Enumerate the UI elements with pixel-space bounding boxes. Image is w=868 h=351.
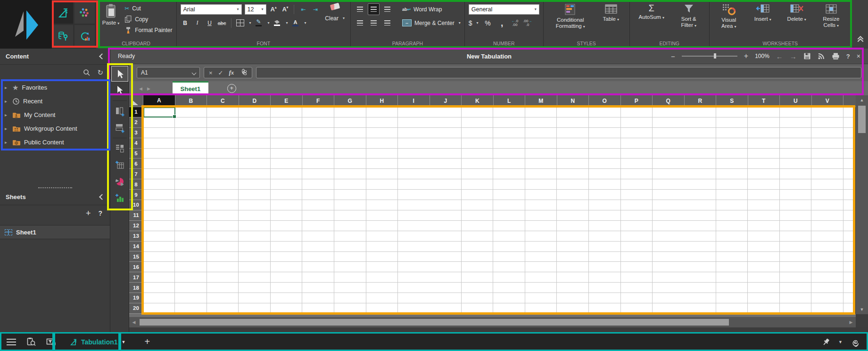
sort-filter-button[interactable]: Sort & Filter▾ bbox=[672, 2, 705, 40]
print-button[interactable] bbox=[832, 52, 840, 60]
row-header[interactable]: 6 bbox=[129, 159, 143, 169]
column-header[interactable]: H bbox=[366, 95, 398, 107]
column-header[interactable]: E bbox=[271, 95, 303, 107]
expand-chevron-icon[interactable]: ▸ bbox=[5, 126, 9, 131]
module-refresh-reports-button[interactable] bbox=[74, 25, 95, 47]
row-header[interactable]: 10 bbox=[129, 200, 143, 210]
merge-center-button[interactable]: ↔Merge & Center▾ bbox=[402, 18, 461, 28]
decrease-indent-button[interactable]: ⇤ bbox=[298, 5, 308, 14]
pen-color-button[interactable]: ✎ bbox=[254, 18, 264, 28]
column-header[interactable]: P bbox=[621, 95, 653, 107]
tabulation-tab[interactable]: Tabulation1 ▼ bbox=[70, 338, 125, 346]
column-header[interactable]: N bbox=[557, 95, 589, 107]
sheets-help-button[interactable]: ? bbox=[98, 209, 102, 217]
column-header[interactable]: B bbox=[175, 95, 207, 107]
autosum-button[interactable]: Σ AutoSum▾ bbox=[634, 2, 670, 40]
undo-button[interactable]: ← bbox=[776, 52, 783, 60]
visual-area-button[interactable]: Visual Area▾ bbox=[713, 2, 744, 40]
clear-button[interactable]: Clear▾ bbox=[325, 13, 345, 23]
zoom-slider[interactable] bbox=[682, 56, 737, 57]
align-bottom-button[interactable] bbox=[382, 4, 393, 15]
column-header[interactable]: Q bbox=[653, 95, 685, 107]
scroll-right-icon[interactable]: ▶ bbox=[846, 320, 856, 325]
zoom-slider-thumb[interactable] bbox=[714, 53, 716, 58]
tree-item-recent[interactable]: ▸ Recent bbox=[0, 94, 110, 108]
format-painter-button[interactable]: Format Painter bbox=[124, 25, 172, 35]
add-sheet-tab-button[interactable]: + bbox=[227, 84, 236, 93]
decrease-font-size-button[interactable]: A▾ bbox=[281, 5, 289, 13]
delete-cells-button[interactable]: Delete▾ bbox=[781, 2, 812, 40]
formula-input[interactable] bbox=[256, 67, 861, 78]
font-family-select[interactable]: Arial▾ bbox=[181, 4, 242, 15]
row-header[interactable]: 18 bbox=[129, 283, 143, 293]
row-header[interactable]: 7 bbox=[129, 169, 143, 179]
paste-button[interactable]: Paste▾ bbox=[100, 2, 122, 40]
conditional-formatting-button[interactable]: Conditional Formatting▾ bbox=[547, 2, 594, 40]
vertical-scrollbar[interactable]: ▲ ▼ bbox=[856, 95, 868, 314]
scroll-left-icon[interactable]: ◀ bbox=[129, 320, 139, 325]
refresh-icon[interactable]: ↻ bbox=[97, 68, 103, 77]
spreadsheet-cells[interactable] bbox=[143, 107, 854, 314]
column-header[interactable]: K bbox=[462, 95, 494, 107]
collapse-panel-icon[interactable] bbox=[99, 194, 105, 200]
row-header[interactable]: 3 bbox=[129, 128, 143, 138]
name-box[interactable]: A1 bbox=[137, 67, 200, 78]
row-header[interactable]: 5 bbox=[129, 149, 143, 159]
insert-function-button[interactable]: fx bbox=[229, 69, 234, 76]
report-search-icon[interactable] bbox=[26, 337, 36, 346]
column-header[interactable]: F bbox=[303, 95, 335, 107]
cancel-entry-icon[interactable]: × bbox=[209, 69, 213, 76]
horizontal-scroll-thumb[interactable] bbox=[140, 319, 729, 326]
insert-column-button[interactable] bbox=[111, 103, 128, 119]
help-button[interactable]: ? bbox=[846, 53, 850, 60]
expand-chevron-icon[interactable]: ▸ bbox=[5, 140, 9, 145]
filter-layout-icon[interactable] bbox=[46, 338, 56, 346]
add-sheet-button[interactable]: + bbox=[86, 209, 91, 217]
row-header[interactable]: 20 bbox=[129, 303, 143, 314]
ai-assistant-icon[interactable] bbox=[240, 69, 247, 76]
column-header[interactable]: D bbox=[239, 95, 271, 107]
scroll-up-icon[interactable]: ▲ bbox=[860, 95, 864, 105]
row-header[interactable]: 2 bbox=[129, 117, 143, 128]
row-header[interactable]: 8 bbox=[129, 179, 143, 190]
expand-chevron-icon[interactable]: ▸ bbox=[5, 112, 9, 117]
row-header[interactable]: 13 bbox=[129, 231, 143, 242]
fill-color-button[interactable] bbox=[273, 18, 282, 28]
module-tabulation-button[interactable] bbox=[53, 1, 74, 24]
expand-chevron-icon[interactable]: ▸ bbox=[5, 85, 9, 90]
feed-button[interactable] bbox=[818, 52, 825, 60]
strikethrough-button[interactable]: abc bbox=[217, 18, 227, 28]
tree-item-my-content[interactable]: ▸ My Content bbox=[0, 108, 110, 122]
confirm-entry-icon[interactable]: ✓ bbox=[218, 69, 223, 76]
row-header[interactable]: 4 bbox=[129, 138, 143, 149]
expand-chevron-icon[interactable]: ▸ bbox=[5, 99, 9, 104]
row-header[interactable]: 9 bbox=[129, 190, 143, 200]
scroll-down-icon[interactable]: ▼ bbox=[860, 305, 864, 314]
align-middle-button[interactable] bbox=[368, 4, 379, 15]
comma-format-button[interactable]: , bbox=[497, 18, 507, 28]
borders-button[interactable] bbox=[236, 18, 245, 28]
increase-font-size-button[interactable]: A▴ bbox=[269, 5, 278, 13]
fill-handle[interactable] bbox=[173, 115, 176, 118]
decrease-decimal-button[interactable]: .00→.0 bbox=[523, 19, 532, 27]
tree-item-favorites[interactable]: ▸ ★ Favorites bbox=[0, 81, 110, 94]
bold-button[interactable]: B bbox=[181, 18, 190, 28]
column-header[interactable]: A bbox=[143, 95, 175, 107]
column-header[interactable]: I bbox=[398, 95, 430, 107]
tree-item-public-content[interactable]: ▸ Public Content bbox=[0, 135, 110, 149]
italic-button[interactable]: I bbox=[193, 18, 202, 28]
cut-button[interactable]: ✂Cut bbox=[124, 3, 172, 13]
new-tabulation-button[interactable]: + bbox=[144, 336, 150, 347]
resize-cells-button[interactable]: Resize Cells▾ bbox=[815, 2, 847, 40]
column-header[interactable]: J bbox=[430, 95, 462, 107]
next-sheet-button[interactable]: ▶ bbox=[147, 86, 150, 91]
font-color-button[interactable]: A bbox=[291, 18, 300, 28]
row-header[interactable]: 15 bbox=[129, 251, 143, 262]
row-header[interactable]: 11 bbox=[129, 210, 143, 221]
insert-bar-chart-button[interactable] bbox=[111, 190, 128, 206]
column-header[interactable]: G bbox=[334, 95, 366, 107]
row-header[interactable]: 12 bbox=[129, 221, 143, 231]
align-top-button[interactable] bbox=[355, 4, 365, 15]
insert-cells-button[interactable]: Insert▾ bbox=[747, 2, 778, 40]
copy-button[interactable]: Copy bbox=[124, 14, 172, 24]
